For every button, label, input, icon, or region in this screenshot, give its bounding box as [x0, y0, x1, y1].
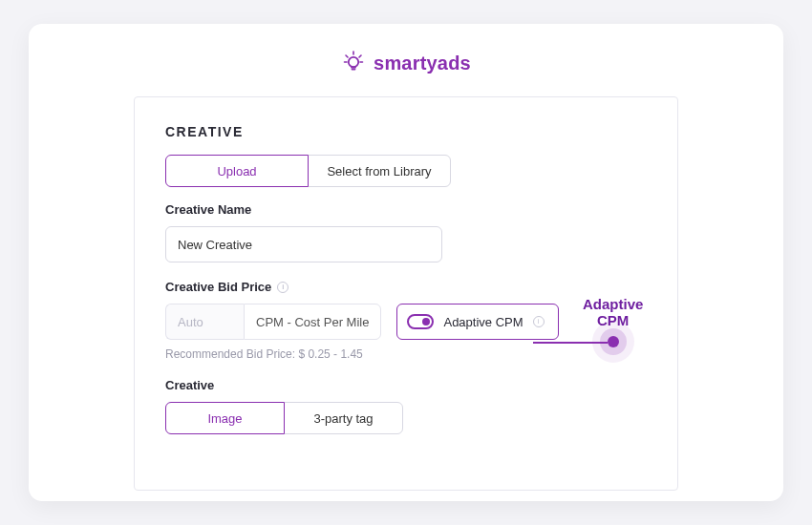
- source-segmented: Upload Select from Library: [165, 155, 647, 187]
- tab-image[interactable]: Image: [165, 402, 285, 434]
- annotation-line2: CPM: [583, 313, 643, 329]
- info-icon[interactable]: i: [277, 282, 288, 293]
- bid-price-row: Creative Bid Price i Auto CPM - Cost Per…: [165, 280, 647, 361]
- annotation-label: Adaptive CPM: [583, 297, 643, 328]
- annotation-dot-icon: [608, 336, 619, 347]
- app-card: smartyads CREATIVE Upload Select from Li…: [29, 24, 783, 501]
- tab-select-from-library[interactable]: Select from Library: [308, 155, 451, 187]
- tab-third-party-tag[interactable]: 3-party tag: [284, 402, 403, 434]
- creative-name-input[interactable]: [165, 226, 442, 262]
- info-icon[interactable]: i: [533, 316, 545, 327]
- bid-price-pair: Auto CPM - Cost Per Mile: [165, 304, 381, 340]
- tab-upload[interactable]: Upload: [165, 155, 309, 187]
- toggle-icon[interactable]: [407, 314, 434, 329]
- svg-point-0: [349, 57, 358, 67]
- bid-price-hint: Recommended Bid Price: $ 0.25 - 1.45: [165, 347, 647, 361]
- bid-price-label: Creative Bid Price i: [165, 280, 647, 294]
- adaptive-cpm-chip[interactable]: Adaptive CPM i: [396, 304, 558, 340]
- creative-type-label: Creative: [165, 378, 647, 392]
- creative-name-row: Creative Name: [165, 202, 647, 262]
- brand-name: smartyads: [374, 52, 471, 74]
- adaptive-cpm-label: Adaptive CPM: [443, 315, 523, 329]
- brand-logo: smartyads: [57, 49, 755, 77]
- creative-panel: CREATIVE Upload Select from Library Crea…: [134, 96, 678, 491]
- bid-auto-field[interactable]: Auto: [165, 304, 244, 340]
- creative-type-row: Creative Image 3-party tag: [165, 378, 647, 434]
- creative-name-label: Creative Name: [165, 202, 647, 217]
- bid-model-select[interactable]: CPM - Cost Per Mile: [244, 304, 381, 340]
- section-title: CREATIVE: [165, 124, 647, 139]
- annotation-connector: [533, 342, 608, 344]
- annotation-line1: Adaptive: [583, 297, 643, 313]
- bid-price-controls: Auto CPM - Cost Per Mile Adaptive CPM i: [165, 304, 647, 340]
- lightbulb-icon: [341, 49, 366, 77]
- bid-price-label-text: Creative Bid Price: [165, 280, 271, 294]
- creative-type-segmented: Image 3-party tag: [165, 402, 647, 434]
